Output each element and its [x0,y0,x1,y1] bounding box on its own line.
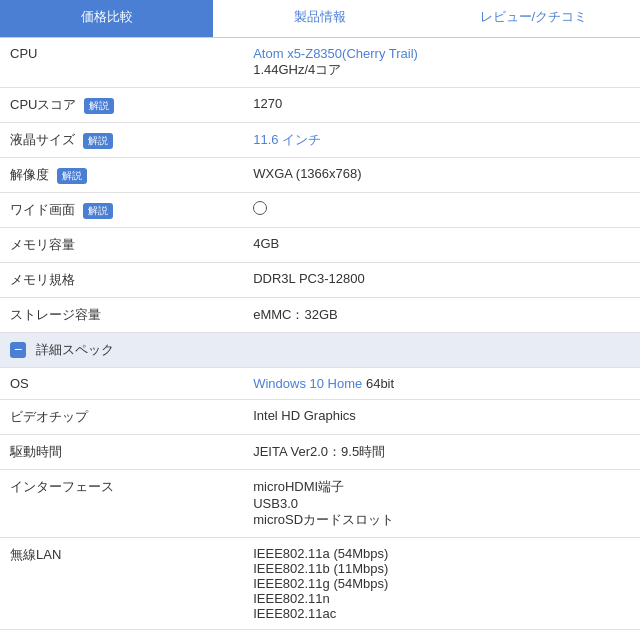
table-row: 解像度 解説 WXGA (1366x768) [0,158,640,193]
table-row: CPUスコア 解説 1270 [0,88,640,123]
wifi-2: IEEE802.11b (11Mbps) [253,561,388,576]
badge-widescreen[interactable]: 解説 [83,203,113,219]
spec-label: ストレージ容量 [0,298,243,333]
tab-price[interactable]: 価格比較 [0,0,213,37]
table-row: ワイド画面 解説 [0,193,640,228]
spec-label: その他 [0,630,243,641]
spec-label: 液晶サイズ 解説 [0,123,243,158]
wifi-4: IEEE802.11n [253,591,330,606]
table-row: メモリ容量 4GB [0,228,640,263]
os-bitness: 64bit [366,376,394,391]
spec-value: microHDMI端子 USB3.0 microSDカードスロット [243,470,640,538]
spec-label: 無線LAN [0,538,243,630]
spec-value: DDR3L PC3-12800 [243,263,640,298]
spec-label: メモリ容量 [0,228,243,263]
specs-table: CPU Atom x5-Z8350(Cherry Trail) 1.44GHz/… [0,38,640,640]
badge-cpu-score[interactable]: 解説 [84,98,114,114]
spec-value: JEITA Ver2.0：9.5時間 [243,435,640,470]
tab-review[interactable]: レビュー/クチコミ [427,0,640,37]
circle-icon [253,201,267,215]
spec-label: 駆動時間 [0,435,243,470]
spec-value: 1270 [243,88,640,123]
interface-1: microHDMI端子 [253,479,344,494]
table-row: OS Windows 10 Home 64bit [0,368,640,400]
table-row: メモリ規格 DDR3L PC3-12800 [0,263,640,298]
spec-label: ワイド画面 解説 [0,193,243,228]
tab-bar: 価格比較 製品情報 レビュー/クチコミ [0,0,640,38]
cpu-link[interactable]: Atom x5-Z8350(Cherry Trail) [253,46,418,61]
cpu-detail: 1.44GHz/4コア [253,62,341,77]
collapse-icon[interactable]: − [10,342,26,358]
spec-value: Webカメラ Bluetooth [243,630,640,641]
tab-product-info[interactable]: 製品情報 [213,0,426,37]
spec-label: メモリ規格 [0,263,243,298]
interface-2: USB3.0 [253,496,298,511]
table-row: CPU Atom x5-Z8350(Cherry Trail) 1.44GHz/… [0,38,640,88]
spec-value: IEEE802.11a (54Mbps) IEEE802.11b (11Mbps… [243,538,640,630]
table-row: 無線LAN IEEE802.11a (54Mbps) IEEE802.11b (… [0,538,640,630]
section-header-row: − 詳細スペック [0,333,640,368]
table-row: 駆動時間 JEITA Ver2.0：9.5時間 [0,435,640,470]
wifi-5: IEEE802.11ac [253,606,336,621]
badge-screen-size[interactable]: 解説 [83,133,113,149]
spec-value: 11.6 インチ [243,123,640,158]
spec-value: WXGA (1366x768) [243,158,640,193]
spec-value: Intel HD Graphics [243,400,640,435]
spec-value [243,193,640,228]
wifi-1: IEEE802.11a (54Mbps) [253,546,388,561]
spec-value: 4GB [243,228,640,263]
section-header-label: 詳細スペック [36,342,114,357]
spec-label: ビデオチップ [0,400,243,435]
spec-value: eMMC：32GB [243,298,640,333]
table-row: その他 Webカメラ Bluetooth [0,630,640,641]
spec-label: CPU [0,38,243,88]
table-row: インターフェース microHDMI端子 USB3.0 microSDカードスロ… [0,470,640,538]
spec-label: 解像度 解説 [0,158,243,193]
table-row: 液晶サイズ 解説 11.6 インチ [0,123,640,158]
screen-size-link[interactable]: 11.6 インチ [253,132,321,147]
spec-value: Atom x5-Z8350(Cherry Trail) 1.44GHz/4コア [243,38,640,88]
spec-label: インターフェース [0,470,243,538]
wifi-3: IEEE802.11g (54Mbps) [253,576,388,591]
table-row: ビデオチップ Intel HD Graphics [0,400,640,435]
badge-resolution[interactable]: 解説 [57,168,87,184]
os-link[interactable]: Windows 10 Home [253,376,362,391]
spec-label: CPUスコア 解説 [0,88,243,123]
interface-3: microSDカードスロット [253,512,394,527]
spec-value: Windows 10 Home 64bit [243,368,640,400]
table-row: ストレージ容量 eMMC：32GB [0,298,640,333]
spec-label: OS [0,368,243,400]
section-header-cell: − 詳細スペック [0,333,640,368]
